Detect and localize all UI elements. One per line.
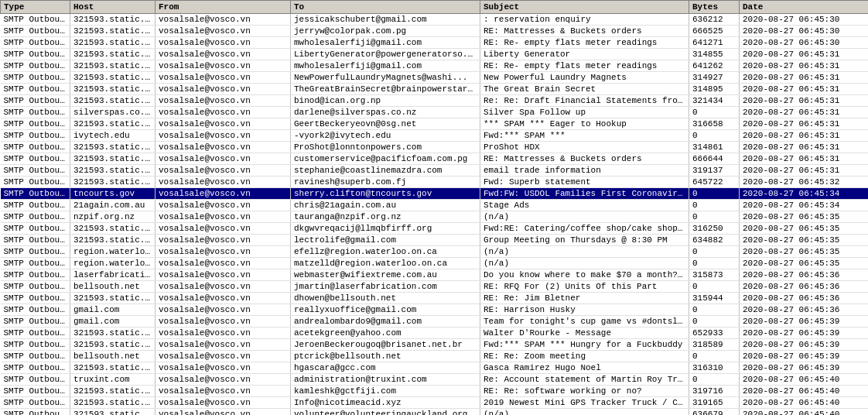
cell-date: 2020-08-27 06:45:31: [740, 95, 869, 107]
cell-date: 2020-08-27 06:45:40: [740, 374, 869, 386]
table-row[interactable]: SMTP Outboundnzpif.org.nzvosalsale@vosco…: [1, 211, 869, 223]
cell-to: jessicakschubert@gmail.com: [291, 14, 480, 26]
cell-to: andrealombardo9@gmail.com: [291, 316, 480, 328]
cell-date: 2020-08-27 06:45:31: [740, 84, 869, 95]
table-row[interactable]: SMTP Outboundsilverspas.co.nzvosalsale@v…: [1, 107, 869, 118]
cell-to: ProShot@lonntonpowers.com: [291, 142, 480, 153]
cell-to: efellz@region.waterloo.on.ca: [291, 246, 480, 258]
col-header-bytes: Bytes: [689, 1, 740, 14]
cell-date: 2020-08-27 06:45:35: [740, 211, 869, 223]
cell-bytes: 315944: [689, 293, 740, 304]
cell-date: 2020-08-27 06:45:36: [740, 304, 869, 316]
cell-subject: RE: Re: Zoom meeting: [480, 351, 689, 362]
cell-subject: Fwd:RE: Catering/coffee shop/cake shop B…: [480, 223, 689, 235]
cell-from: vosalsale@vosco.vn: [155, 37, 291, 49]
cell-host: gmail.com: [70, 304, 155, 316]
table-row[interactable]: SMTP Outbound321593.static.m...vosalsale…: [1, 293, 869, 304]
table-row[interactable]: SMTP Outbound321593.static.m...vosalsale…: [1, 84, 869, 95]
table-row[interactable]: SMTP Outboundlaserfabrication....vosalsa…: [1, 269, 869, 281]
cell-to: dhowen@bellsouth.net: [291, 293, 480, 304]
table-row[interactable]: SMTP Outbound321593.static.m...vosalsale…: [1, 60, 869, 72]
cell-to: lectrolife@gmail.com: [291, 235, 480, 246]
cell-date: 2020-08-27 06:45:35: [740, 223, 869, 235]
table-row[interactable]: SMTP Outbound321593.static.m...vosalsale…: [1, 165, 869, 177]
cell-subject: Re: Re: Draft Financial Statements from …: [480, 95, 689, 107]
cell-from: vosalsale@vosco.vn: [155, 165, 291, 177]
cell-to: reallyxuoffice@gmail.com: [291, 304, 480, 316]
table-row[interactable]: SMTP Outboundivytech.eduvosalsale@vosco.…: [1, 130, 869, 142]
cell-from: vosalsale@vosco.vn: [155, 304, 291, 316]
cell-from: vosalsale@vosco.vn: [155, 95, 291, 107]
cell-date: 2020-08-27 06:45:39: [740, 339, 869, 351]
table-row[interactable]: SMTP Outbound321593.static.m...vosalsale…: [1, 142, 869, 153]
cell-host: 321593.static.m...: [70, 409, 155, 416]
cell-subject: Gasca Ramirez Hugo Noel: [480, 362, 689, 374]
table-row[interactable]: SMTP Outboundregion.waterloo...vosalsale…: [1, 246, 869, 258]
cell-bytes: 0: [689, 107, 740, 118]
cell-date: 2020-08-27 06:45:40: [740, 397, 869, 409]
cell-to: webmaster@wifiextreme.com.au: [291, 269, 480, 281]
cell-host: tncourts.gov: [70, 188, 155, 200]
cell-from: vosalsale@vosco.vn: [155, 409, 291, 416]
cell-type: SMTP Outbound: [1, 223, 70, 235]
cell-subject: RE: Re- empty flats meter readings: [480, 60, 689, 72]
cell-to: NewPowerfulLaundryMagnets@washi...: [291, 72, 480, 84]
cell-type: SMTP Outbound: [1, 95, 70, 107]
cell-type: SMTP Outbound: [1, 339, 70, 351]
table-row[interactable]: SMTP Outboundgmail.comvosalsale@vosco.vn…: [1, 316, 869, 328]
table-row[interactable]: SMTP Outbound321593.static.m...vosalsale…: [1, 223, 869, 235]
cell-from: vosalsale@vosco.vn: [155, 153, 291, 165]
cell-type: SMTP Outbound: [1, 14, 70, 26]
table-row[interactable]: SMTP Outbound321593.static.m...vosalsale…: [1, 14, 869, 26]
cell-from: vosalsale@vosco.vn: [155, 397, 291, 409]
table-row[interactable]: SMTP Outbound321593.static.m...vosalsale…: [1, 235, 869, 246]
cell-from: vosalsale@vosco.vn: [155, 118, 291, 130]
table-row[interactable]: SMTP Outbound321593.static.m...vosalsale…: [1, 339, 869, 351]
cell-from: vosalsale@vosco.vn: [155, 130, 291, 142]
table-row[interactable]: SMTP Outbound321593.static.m...vosalsale…: [1, 397, 869, 409]
cell-to: jmartin@laserfabrication.com: [291, 281, 480, 293]
table-row[interactable]: SMTP Outbound321593.static.m...vosalsale…: [1, 362, 869, 374]
cell-subject: : reservation enquiry: [480, 14, 689, 26]
table-row[interactable]: SMTP Outboundgmail.comvosalsale@vosco.vn…: [1, 304, 869, 316]
cell-host: 321593.static.m...: [70, 60, 155, 72]
table-row[interactable]: SMTP Outbound321593.static.m...vosalsale…: [1, 37, 869, 49]
table-row[interactable]: SMTP Outbound321593.static.m...vosalsale…: [1, 409, 869, 416]
cell-bytes: 321434: [689, 95, 740, 107]
cell-bytes: 315873: [689, 269, 740, 281]
table-row[interactable]: SMTP Outboundtruxint.comvosalsale@vosco.…: [1, 374, 869, 386]
cell-to: darlene@silverspas.co.nz: [291, 107, 480, 118]
cell-from: vosalsale@vosco.vn: [155, 211, 291, 223]
cell-subject: Group Meeting on Thursdays @ 8:30 PM: [480, 235, 689, 246]
table-row[interactable]: SMTP Outbound321593.static.m...vosalsale…: [1, 26, 869, 37]
cell-to: TheGreatBrainSecret@brainpowerstar...: [291, 84, 480, 95]
cell-type: SMTP Outbound: [1, 26, 70, 37]
cell-bytes: 0: [689, 200, 740, 211]
table-row[interactable]: SMTP Outbound321593.static.m...vosalsale…: [1, 49, 869, 60]
cell-date: 2020-08-27 06:45:31: [740, 118, 869, 130]
table-row[interactable]: SMTP Outbound321593.static.m...vosalsale…: [1, 328, 869, 339]
cell-subject: Liberty Generator: [480, 49, 689, 60]
cell-type: SMTP Outbound: [1, 153, 70, 165]
table-row[interactable]: SMTP Outbound21again.com.auvosalsale@vos…: [1, 200, 869, 211]
cell-bytes: 0: [689, 258, 740, 269]
table-row[interactable]: SMTP Outboundbellsouth.netvosalsale@vosc…: [1, 281, 869, 293]
cell-subject: RE: Mattresses & Buckets orders: [480, 26, 689, 37]
cell-bytes: 319716: [689, 386, 740, 397]
cell-bytes: 0: [689, 188, 740, 200]
table-row[interactable]: SMTP Outbound321593.static.m...vosalsale…: [1, 177, 869, 188]
cell-subject: The Great Brain Secret: [480, 84, 689, 95]
table-row[interactable]: SMTP Outbound321593.static.m...vosalsale…: [1, 95, 869, 107]
cell-date: 2020-08-27 06:45:35: [740, 258, 869, 269]
table-row[interactable]: SMTP Outboundtncourts.govvosalsale@vosco…: [1, 188, 869, 200]
cell-date: 2020-08-27 06:45:40: [740, 409, 869, 416]
table-row[interactable]: SMTP Outboundbellsouth.netvosalsale@vosc…: [1, 351, 869, 362]
table-row[interactable]: SMTP Outbound321593.static.m...vosalsale…: [1, 153, 869, 165]
cell-bytes: 316658: [689, 118, 740, 130]
table-row[interactable]: SMTP Outboundregion.waterloo...vosalsale…: [1, 258, 869, 269]
table-row[interactable]: SMTP Outbound321593.static.m...vosalsale…: [1, 72, 869, 84]
table-row[interactable]: SMTP Outbound321593.static.m...vosalsale…: [1, 118, 869, 130]
table-row[interactable]: SMTP Outbound321593.static.m...vosalsale…: [1, 386, 869, 397]
cell-from: vosalsale@vosco.vn: [155, 258, 291, 269]
cell-subject: Fwd: Superb statement: [480, 177, 689, 188]
